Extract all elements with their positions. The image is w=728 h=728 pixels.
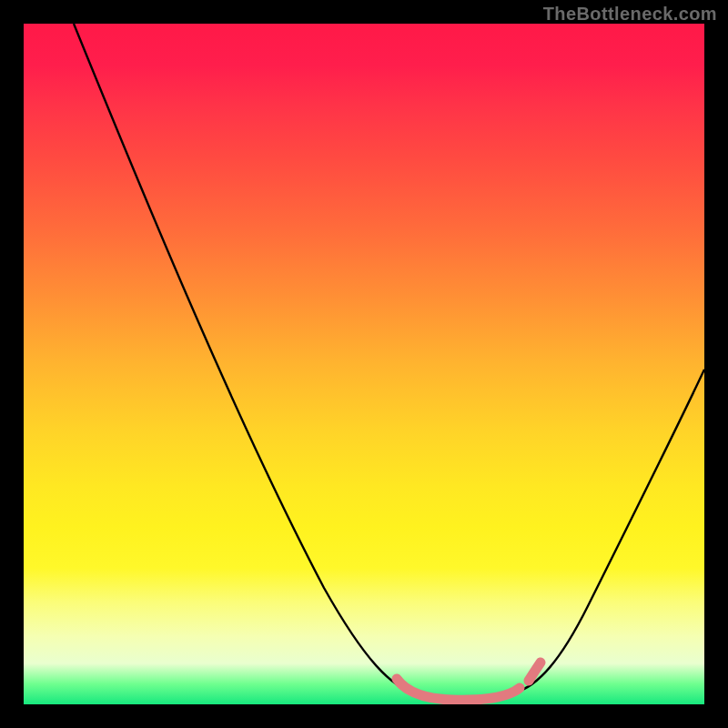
watermark-text: TheBottleneck.com <box>543 4 717 25</box>
flat-region-marker <box>397 662 541 700</box>
chart-stage: TheBottleneck.com <box>0 0 728 728</box>
plot-area <box>24 24 704 704</box>
bottleneck-curve <box>74 24 704 699</box>
curve-layer <box>24 24 704 704</box>
